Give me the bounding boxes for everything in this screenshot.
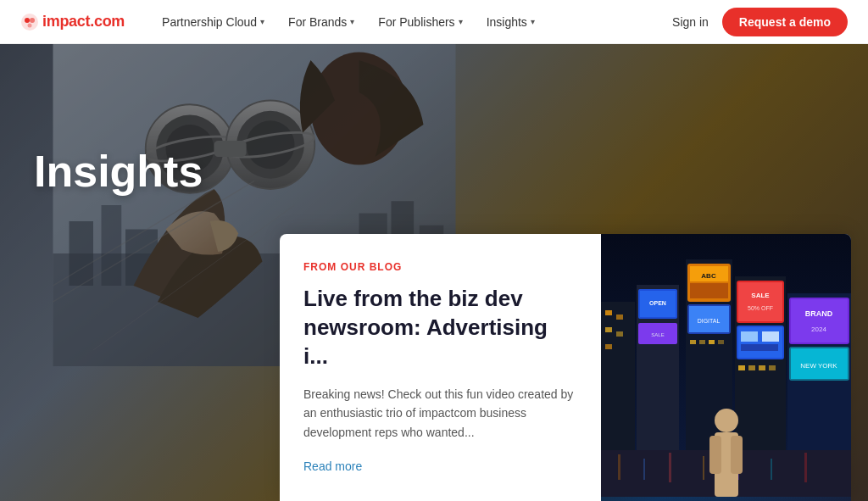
svg-rect-62: [759, 365, 765, 370]
request-demo-button[interactable]: Request a demo: [722, 8, 848, 36]
svg-rect-60: [738, 365, 745, 370]
blog-title: Live from the biz dev newsroom: Advertis…: [303, 285, 577, 370]
svg-rect-27: [605, 310, 612, 315]
svg-rect-59: [741, 344, 778, 351]
svg-point-3: [28, 23, 32, 27]
svg-point-1: [25, 18, 30, 23]
svg-point-80: [715, 409, 738, 432]
svg-point-2: [30, 18, 35, 23]
svg-rect-75: [669, 453, 671, 482]
chevron-down-icon: ▾: [531, 17, 535, 26]
cityscape-svg: OPEN SALE ABC DIGITAL: [601, 234, 851, 497]
logo-icon: [20, 13, 39, 31]
svg-text:SALE: SALE: [751, 292, 770, 299]
svg-rect-66: [791, 299, 848, 342]
svg-text:ABC: ABC: [701, 272, 716, 280]
svg-rect-28: [616, 315, 623, 320]
svg-text:OPEN: OPEN: [649, 300, 666, 306]
svg-rect-58: [762, 331, 779, 342]
blog-card: FROM OUR BLOG Live from the biz dev news…: [280, 234, 851, 501]
svg-text:BRAND: BRAND: [805, 309, 833, 318]
nav-links: Partnership Cloud ▾ For Brands ▾ For Pub…: [152, 10, 672, 34]
nav-item-for-publishers[interactable]: For Publishers ▾: [368, 10, 472, 34]
svg-rect-76: [703, 456, 704, 480]
blog-image-cityscape: OPEN SALE ABC DIGITAL: [601, 234, 851, 501]
svg-rect-52: [738, 282, 782, 321]
chevron-down-icon: ▾: [459, 17, 463, 26]
svg-rect-63: [769, 365, 776, 370]
sign-in-link[interactable]: Sign in: [672, 15, 709, 29]
svg-text:SALE: SALE: [651, 332, 664, 337]
hero-section: Insights FROM OUR BLOG Live from the biz…: [0, 44, 868, 501]
hero-title: Insights: [34, 146, 203, 197]
svg-rect-30: [616, 331, 623, 337]
blog-excerpt: Breaking news! Check out this fun video …: [303, 385, 577, 442]
logo-text: impact.com: [42, 13, 125, 31]
svg-rect-46: [690, 340, 696, 344]
svg-rect-48: [709, 340, 715, 344]
svg-text:2024: 2024: [811, 326, 826, 333]
svg-rect-82: [709, 436, 721, 474]
nav-item-for-brands[interactable]: For Brands ▾: [278, 10, 364, 34]
nav-item-insights[interactable]: Insights ▾: [476, 10, 545, 34]
svg-rect-47: [699, 340, 705, 344]
blog-image: OPEN SALE ABC DIGITAL: [601, 234, 851, 501]
svg-text:DIGITAL: DIGITAL: [698, 318, 721, 324]
nav-right: Sign in Request a demo: [672, 8, 848, 36]
svg-text:NEW YORK: NEW YORK: [800, 362, 837, 370]
blog-card-content: FROM OUR BLOG Live from the biz dev news…: [280, 234, 601, 501]
svg-rect-61: [748, 365, 755, 370]
nav-item-partnership-cloud[interactable]: Partnership Cloud ▾: [152, 10, 275, 34]
svg-rect-78: [771, 459, 772, 480]
svg-rect-83: [731, 436, 743, 474]
svg-rect-74: [643, 459, 645, 480]
svg-rect-31: [605, 344, 612, 349]
svg-rect-79: [804, 453, 807, 482]
svg-rect-49: [718, 340, 724, 344]
svg-rect-29: [605, 327, 612, 332]
read-more-link[interactable]: Read more: [303, 459, 362, 473]
svg-text:50% OFF: 50% OFF: [748, 305, 773, 311]
svg-rect-42: [690, 283, 728, 298]
svg-rect-57: [741, 331, 758, 342]
blog-label: FROM OUR BLOG: [303, 261, 577, 273]
svg-rect-73: [618, 454, 620, 480]
chevron-down-icon: ▾: [260, 17, 264, 26]
logo[interactable]: impact.com: [20, 13, 125, 31]
svg-point-0: [21, 14, 38, 31]
chevron-down-icon: ▾: [350, 17, 354, 26]
main-nav: impact.com Partnership Cloud ▾ For Brand…: [0, 0, 868, 44]
